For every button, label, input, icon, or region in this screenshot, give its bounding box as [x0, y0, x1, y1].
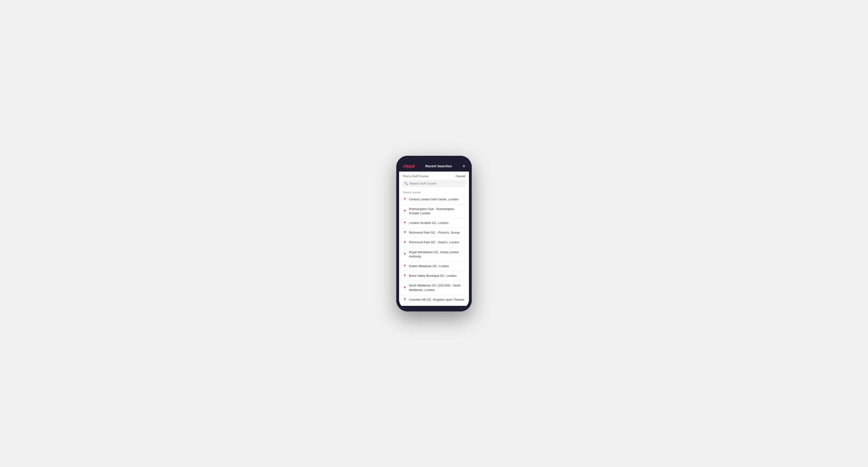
list-item[interactable]: 📍 North Middlesex GC (1011942 - North Mi… [399, 281, 469, 295]
course-name: Richmond Park GC - Prince's, Surrey [409, 230, 460, 235]
pin-icon: 📍 [403, 274, 407, 278]
list-item[interactable]: 📍 Dukes Meadows GC, London [399, 261, 469, 271]
pin-icon: 📍 [403, 286, 407, 290]
pin-icon: 📍 [403, 253, 407, 256]
course-name: Royal Wimbledon GC, Great London Authori… [409, 250, 465, 259]
home-indicator [399, 304, 469, 306]
list-item[interactable]: 📍 Central London Golf Centre, London [399, 195, 469, 205]
phone-frame: clippd Recent Searches ≡ Find a Golf Cou… [396, 156, 472, 311]
pin-icon: 📍 [403, 264, 407, 268]
pin-icon: 📍 [403, 210, 407, 213]
course-name: Richmond Park GC - Duke's, London [409, 240, 459, 245]
pin-icon: 📍 [403, 241, 407, 245]
course-name: Brent Valley Municipal GC, London [409, 274, 457, 278]
main-content: Find a Golf Course Cancel 🔍 Nearby cours… [399, 172, 469, 306]
pin-icon: 📍 [403, 298, 407, 302]
course-name: Coombe Hill GC, Kingston upon Thames [409, 298, 464, 302]
course-name: Dukes Meadows GC, London [409, 264, 449, 268]
app-logo: clippd [403, 164, 415, 169]
course-name: London Scottish GC, London [409, 221, 448, 225]
list-item[interactable]: 📍 Roehampton Club - Roehampton, Greater … [399, 205, 469, 218]
course-list: 📍 Central London Golf Centre, London 📍 R… [399, 195, 469, 304]
app-header: clippd Recent Searches ≡ [399, 161, 469, 172]
phone-screen: clippd Recent Searches ≡ Find a Golf Cou… [399, 159, 469, 309]
find-bar: Find a Golf Course Cancel [399, 172, 469, 180]
list-item[interactable]: 📍 Royal Wimbledon GC, Great London Autho… [399, 248, 469, 261]
search-input[interactable] [409, 182, 464, 185]
course-name: Roehampton Club - Roehampton, Greater Lo… [409, 207, 465, 215]
pin-icon: 📍 [403, 198, 407, 201]
search-box[interactable]: 🔍 [402, 180, 466, 187]
pin-icon: 📍 [403, 221, 407, 225]
status-bar [399, 159, 469, 161]
course-name: North Middlesex GC (1011942 - North Midd… [409, 283, 465, 292]
list-item[interactable]: 📍 Coombe Hill GC, Kingston upon Thames [399, 295, 469, 304]
list-item[interactable]: 📍 Brent Valley Municipal GC, London [399, 271, 469, 281]
list-item[interactable]: 📍 Richmond Park GC - Duke's, London [399, 238, 469, 247]
cancel-button[interactable]: Cancel [456, 175, 465, 178]
page-title: Recent Searches [425, 164, 452, 168]
course-name: Central London Golf Centre, London [409, 197, 459, 201]
pin-icon: 📍 [403, 231, 407, 235]
search-icon: 🔍 [404, 182, 408, 185]
list-item[interactable]: 📍 Richmond Park GC - Prince's, Surrey [399, 228, 469, 238]
nearby-section-label: Nearby courses [399, 189, 469, 195]
menu-icon[interactable]: ≡ [463, 164, 465, 168]
bottom-bezel [399, 306, 469, 309]
find-label: Find a Golf Course [403, 175, 429, 178]
list-item[interactable]: 📍 London Scottish GC, London [399, 218, 469, 228]
